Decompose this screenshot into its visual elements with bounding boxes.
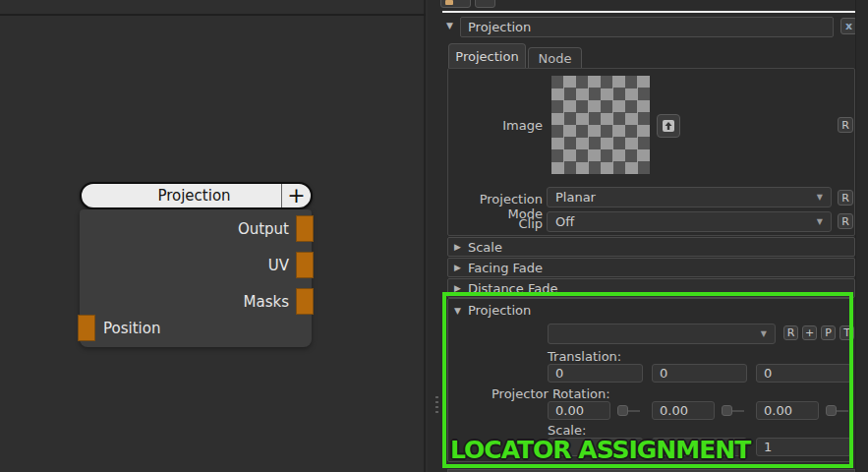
section-projection-header[interactable]: ▼ Projection — [454, 303, 531, 318]
tab-projection[interactable]: Projection — [448, 43, 526, 68]
masks-socket-label: Masks — [244, 293, 289, 311]
translation-x-field[interactable]: 0 — [548, 364, 643, 383]
tab-node[interactable]: Node — [528, 47, 582, 68]
collapse-closed-icon: ▶ — [454, 283, 461, 293]
translation-y-field[interactable]: 0 — [652, 364, 747, 383]
projection-mode-dropdown[interactable]: Planar ▼ — [547, 187, 832, 207]
translation-label: Translation: — [548, 349, 621, 364]
locator-target-button[interactable]: T — [839, 325, 854, 340]
section-facing-fade-label: Facing Fade — [468, 261, 543, 275]
properties-panel: ▼ Projection x Projection Node Image R P… — [442, 0, 855, 472]
rotation-y-field[interactable]: 0.00 — [652, 401, 715, 420]
position-socket-label: Position — [103, 320, 160, 337]
locator-add-button[interactable]: + — [802, 325, 817, 340]
port-uv[interactable] — [296, 252, 314, 278]
panel-right-gutter — [855, 0, 868, 472]
rotation-x-slider[interactable] — [617, 405, 640, 416]
clip-reset-button[interactable]: R — [838, 213, 853, 229]
section-distance-fade[interactable]: ▶ Distance Fade — [447, 278, 855, 298]
toolbar-button-1[interactable] — [440, 0, 471, 8]
scale-z-field[interactable]: 1 — [756, 438, 851, 456]
projection-mode-reset-button[interactable]: R — [838, 190, 853, 206]
clip-dropdown[interactable]: Off ▼ — [547, 211, 832, 232]
section-distance-fade-label: Distance Fade — [468, 281, 557, 296]
panel-title: Projection — [460, 17, 834, 37]
rotation-z-slider[interactable] — [826, 405, 848, 416]
toolbar-button-2[interactable] — [475, 0, 495, 8]
node-body[interactable]: Output UV Masks Position — [80, 209, 312, 347]
section-scale-label: Scale — [468, 240, 502, 255]
node-add-button[interactable]: + — [281, 184, 311, 207]
slider-handle-icon[interactable] — [722, 405, 732, 416]
clip-label: Clip — [450, 216, 543, 231]
projection-mode-value: Planar — [555, 190, 596, 205]
projection-node-header[interactable]: Projection + — [80, 182, 313, 209]
locator-pick-button[interactable]: P — [821, 325, 836, 340]
rotation-x-field[interactable]: 0.00 — [548, 401, 610, 420]
swatch-icon — [445, 0, 453, 5]
image-reset-button[interactable]: R — [838, 117, 853, 133]
slider-handle-icon[interactable] — [826, 405, 837, 416]
slider-track — [732, 410, 744, 412]
locator-reset-button[interactable]: R — [783, 325, 798, 340]
slider-track — [628, 410, 640, 412]
section-projection-label: Projection — [468, 303, 531, 318]
collapse-open-icon: ▼ — [454, 306, 461, 316]
section-scale[interactable]: ▶ Scale — [447, 237, 855, 257]
locator-dropdown[interactable]: ▼ — [548, 324, 776, 344]
splitter-grip-icon[interactable] — [435, 396, 438, 416]
clip-value: Off — [555, 214, 574, 229]
canvas-top-divider — [0, 14, 426, 16]
image-load-button[interactable] — [657, 114, 680, 138]
output-socket-label: Output — [238, 220, 289, 238]
rotation-y-slider[interactable] — [722, 405, 744, 416]
section-facing-fade[interactable]: ▶ Facing Fade — [447, 258, 855, 277]
app-window: Projection + Output UV Masks Po — [0, 0, 868, 472]
translation-z-field[interactable]: 0 — [756, 364, 851, 383]
port-position[interactable] — [78, 315, 95, 341]
image-label: Image — [450, 118, 543, 133]
uv-socket-label: UV — [268, 257, 289, 274]
upload-file-icon — [662, 119, 675, 133]
annotation-text: LOCATOR ASSIGNMENT — [450, 436, 750, 464]
panel-splitter[interactable] — [428, 0, 442, 472]
projection-node[interactable]: Projection + Output UV Masks Po — [78, 181, 314, 348]
rotation-z-field[interactable]: 0.00 — [756, 401, 819, 420]
dropdown-arrow-icon: ▼ — [817, 193, 823, 202]
dropdown-arrow-icon: ▼ — [817, 217, 823, 226]
port-masks[interactable] — [296, 288, 314, 315]
collapse-closed-icon: ▶ — [454, 242, 461, 252]
projector-rotation-label: Projector Rotation: — [492, 386, 610, 401]
slider-track — [837, 410, 848, 412]
slider-handle-icon[interactable] — [617, 405, 628, 416]
node-editor-canvas[interactable]: Projection + Output UV Masks Po — [0, 0, 426, 472]
port-output[interactable] — [296, 215, 314, 242]
node-title: Projection — [82, 187, 281, 205]
image-thumbnail[interactable] — [551, 76, 650, 174]
collapse-closed-icon: ▶ — [454, 263, 461, 272]
panel-top-divider — [442, 11, 855, 13]
header-collapse-icon[interactable]: ▼ — [446, 21, 453, 30]
dropdown-arrow-icon: ▼ — [761, 329, 767, 338]
